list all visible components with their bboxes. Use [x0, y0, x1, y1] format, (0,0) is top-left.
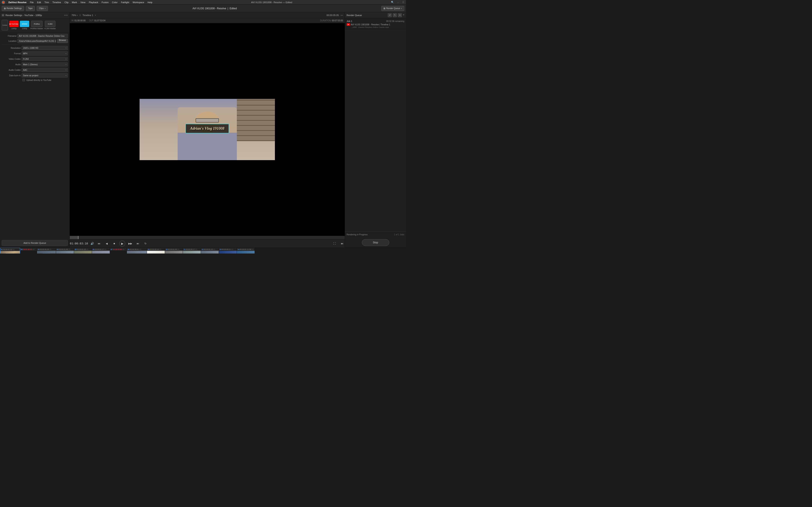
clip-10-num: 10 — [165, 248, 167, 250]
volume-icon[interactable]: 🔊 — [91, 242, 94, 245]
job-remaining-time: 00:32:06 remaining — [386, 20, 404, 22]
video-codec-chevron-icon: ▾ — [65, 58, 66, 60]
scrubber-bar[interactable] — [70, 236, 345, 239]
data-burnin-chevron-icon: ▾ — [65, 74, 66, 76]
preset-vimeo[interactable]: vimeo 1080p — [20, 21, 29, 30]
clip-item-07[interactable]: 07 00:00:00:00 V2 ⇒H.264 — [110, 248, 127, 253]
window-title: AVI VLOG 1901008 - Resolve — Edited — [156, 1, 388, 4]
clip-item-06[interactable]: 06 00:00:01:17 V1 H.264 — [92, 248, 110, 253]
tape-btn[interactable]: Tape — [26, 6, 35, 11]
loop-btn[interactable]: ↻ — [143, 241, 148, 246]
fullscreen-btn[interactable]: ⛶ — [332, 241, 337, 246]
clip-01-track: V1 — [12, 249, 14, 250]
menu-edit[interactable]: Edit — [37, 1, 41, 4]
resolution-label: Resolution — [2, 47, 21, 49]
menu-toggle-icon[interactable]: ☰ — [402, 1, 404, 4]
render-settings-menu-icon[interactable]: ••• — [64, 13, 68, 17]
search-icon[interactable]: ⌕ — [397, 1, 399, 4]
upload-checkbox[interactable] — [22, 79, 25, 81]
audio-codec-select[interactable]: AAC ▾ — [21, 68, 68, 72]
menu-file[interactable]: File — [30, 1, 34, 4]
clip-09-thumbnail — [147, 251, 165, 253]
play-btn[interactable]: ▶ — [119, 241, 125, 246]
clip-item-14[interactable]: 14 00:00:01:11:28 V1 H.264 — [237, 248, 255, 253]
zoom-control[interactable]: 🔍 — [391, 1, 394, 4]
queue-close-btn[interactable]: ✕ — [398, 13, 402, 17]
clip-02-track: V2 — [32, 248, 35, 250]
browse-btn[interactable]: Browse — [57, 39, 68, 43]
clip-01-thumbnail — [0, 251, 20, 253]
clip-13-header: 13 00:00:00:11 V1 — [219, 248, 237, 251]
app-name: DaVinci Resolve — [8, 1, 27, 4]
menu-clip[interactable]: Clip — [64, 1, 68, 4]
clip-07-tc: 00:00:00:00 — [113, 248, 122, 250]
video-codec-select[interactable]: H.264 ▾ — [21, 57, 68, 61]
clip-06-track: V1 — [104, 248, 106, 250]
skip-to-start-btn[interactable]: ⏮ — [96, 241, 101, 246]
clip-14-tc: 00:00:01:11:28 — [240, 248, 251, 250]
upload-checkbox-row: Upload directly to YouTube — [2, 79, 68, 81]
timecode-menu-icon[interactable]: ••• — [341, 14, 343, 16]
menu-trim[interactable]: Trim — [44, 1, 49, 4]
clip-04-track: V1 — [68, 248, 70, 250]
more-btn[interactable]: ⏭ — [340, 241, 345, 246]
menu-color[interactable]: Color — [112, 1, 117, 4]
queue-dots-icon[interactable]: ▾ — [403, 13, 404, 17]
stop-render-btn[interactable]: Stop — [362, 239, 389, 246]
filename-input[interactable] — [17, 34, 68, 38]
apple-logo[interactable]: 🍎 — [2, 1, 5, 4]
menu-playback[interactable]: Playback — [89, 1, 98, 4]
preset-prores[interactable]: ProRes ProRes Master — [31, 21, 43, 30]
stop-btn[interactable]: ■ — [112, 241, 117, 246]
preset-h264[interactable]: H.264 H.264 Master — [44, 21, 56, 30]
data-burnin-select[interactable]: Same as project ▾ — [21, 73, 68, 77]
clip-item-05[interactable]: 05 00:00:01:25 V1 H.264 — [74, 248, 92, 253]
clip-item-02[interactable]: 02 00:00:00:00 V2 H.264 — [20, 248, 37, 253]
preset-custom[interactable]: Custom — [2, 20, 8, 31]
clip-item-08[interactable]: 08 00:00:30:01 V1 H.264 — [127, 248, 147, 253]
audio-codec-row: Audio Codec AAC ▾ — [2, 68, 68, 72]
clip-item-04[interactable]: 04 00:00:01:06 V1 H.264 — [56, 248, 74, 253]
clip-item-12[interactable]: 12 00:00:01:15 V1 H.264 — [201, 248, 219, 253]
render-status: Rendering in Progress 1 of 1 Jobs — [345, 231, 406, 237]
audio-select[interactable]: Main 1 (Stereo) ▾ — [21, 62, 68, 66]
clips-btn[interactable]: Clips ▾ — [37, 6, 48, 11]
prev-frame-btn[interactable]: ◀ — [104, 241, 109, 246]
clip-10-thumbnail — [165, 251, 183, 253]
job-filename: AVI VLOG 1901008 - Resolve | Timeline 1 — [351, 23, 390, 26]
menu-mark[interactable]: Mark — [72, 1, 77, 4]
queue-edit-btn[interactable]: ✎ — [393, 13, 397, 17]
clip-item-03[interactable]: 03 00:00:00:26 V1 H.264 — [37, 248, 56, 253]
resolution-select[interactable]: 1920 x 1080 HD ▾ — [21, 46, 68, 50]
menu-view[interactable]: View — [80, 1, 86, 4]
clip-12-header: 12 00:00:01:15 V1 — [201, 248, 219, 251]
format-select[interactable]: MP4 ▾ — [21, 51, 68, 56]
render-settings-btn[interactable]: Render Settings — [2, 6, 24, 11]
clip-item-09[interactable]: 09 00:00:00:16 V1 H.264 — [147, 248, 165, 253]
timeline-label: Timeline 1 — [83, 14, 93, 16]
clip-09-header: 09 00:00:00:16 V1 — [147, 248, 165, 251]
render-queue-btn[interactable]: Render Queue ▾ — [381, 6, 404, 11]
next-frame-btn[interactable]: ▶▶ — [128, 241, 133, 246]
divider-1 — [2, 44, 68, 45]
menu-timeline[interactable]: Timeline — [52, 1, 61, 4]
clip-item-13[interactable]: 13 00:00:00:11 V1 H.264 — [219, 248, 237, 253]
clip-11-header: 11 00:00:00:17 V1 — [183, 248, 201, 251]
clip-item-11[interactable]: 11 00:00:00:17 V1 H.264 — [183, 248, 201, 253]
duration-display: DURATION 00:07:53:05 — [320, 19, 343, 22]
stop-btn-container: Stop — [345, 237, 406, 247]
menu-help[interactable]: Help — [148, 1, 152, 4]
queue-refresh-btn[interactable]: ↺ — [388, 13, 392, 17]
add-to-render-queue-btn[interactable]: Add to Render Queue — [2, 240, 68, 246]
clip-03-thumbnail — [37, 251, 56, 253]
menu-fusion[interactable]: Fusion — [102, 1, 109, 4]
menu-workspace[interactable]: Workspace — [133, 1, 144, 4]
clip-item-10[interactable]: 10 00:00:01:04 V1 H.264 — [165, 248, 183, 253]
clip-07-header: 07 00:00:00:00 V2 — [110, 248, 126, 251]
clip-item-01[interactable]: 01 00:00:01:22 V1 H.264 — [0, 248, 20, 253]
audio-codec-label: Audio Codec — [2, 69, 21, 71]
clip-04-thumbnail — [56, 251, 74, 253]
menu-fairlight[interactable]: Fairlight — [121, 1, 129, 4]
skip-to-end-btn[interactable]: ⏭ — [135, 241, 140, 246]
preset-youtube[interactable]: ▶ YouTube 1080p — [9, 21, 18, 30]
